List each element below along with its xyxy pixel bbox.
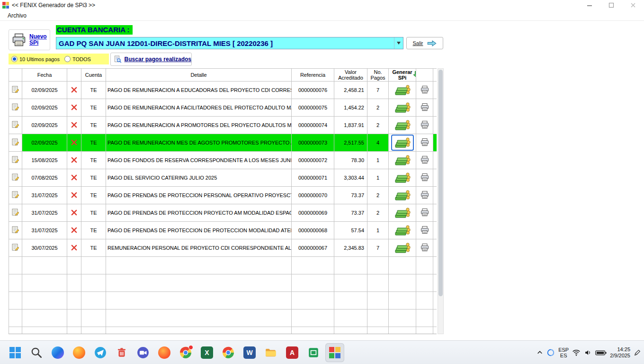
delete-icon[interactable]: [71, 87, 77, 93]
edit-icon[interactable]: [11, 120, 20, 129]
print-icon[interactable]: [420, 243, 429, 252]
payment-row[interactable]: 02/09/2025 TE PAGO DE REMUNERACION MES D…: [9, 134, 437, 152]
valor-cell[interactable]: 2,517.55: [334, 134, 367, 152]
generar-spi-cell[interactable]: [389, 134, 416, 152]
edit-icon[interactable]: [11, 226, 20, 234]
fecha-cell[interactable]: 31/07/2025: [22, 222, 67, 239]
edit-cell[interactable]: [9, 99, 22, 117]
payment-row[interactable]: 31/07/2025 TE PAGO DE PRENDAS DE PROTECC…: [9, 222, 437, 239]
edit-icon[interactable]: [11, 173, 20, 182]
cuenta-cell[interactable]: TE: [81, 169, 106, 187]
referencia-cell[interactable]: 0000000068: [292, 222, 334, 239]
print-icon[interactable]: [420, 173, 429, 182]
generar-spi-cell[interactable]: [389, 169, 416, 187]
file-explorer-icon[interactable]: [261, 343, 280, 362]
valor-cell[interactable]: 73.37: [334, 204, 367, 222]
buscar-pagos-button[interactable]: Buscar pagos realizados: [110, 53, 192, 66]
acrobat-icon[interactable]: A: [283, 343, 302, 362]
generar-spi-cell[interactable]: [389, 204, 416, 222]
generar-spi-icon[interactable]: [392, 136, 413, 150]
print-icon[interactable]: [420, 138, 429, 146]
fecha-cell[interactable]: 02/09/2025: [22, 99, 67, 117]
detalle-cell[interactable]: PAGO DEL SERVICIO CATERING JULIO 2025: [106, 169, 292, 187]
generar-spi-cell[interactable]: [389, 222, 416, 239]
delete-icon[interactable]: [71, 227, 77, 233]
payment-row[interactable]: 02/09/2025 TE PAGO DE REMUNERACION A FAC…: [9, 99, 437, 117]
edit-icon[interactable]: [11, 208, 20, 217]
print-cell[interactable]: [416, 152, 433, 169]
print-icon[interactable]: [420, 120, 429, 129]
print-icon[interactable]: [420, 155, 429, 164]
delete-icon[interactable]: [71, 157, 77, 163]
chrome-notification-icon[interactable]: [176, 343, 195, 362]
print-cell[interactable]: [416, 82, 433, 99]
scrollbar-thumb[interactable]: [438, 70, 443, 296]
payment-row[interactable]: 07/08/2025 TE PAGO DEL SERVICIO CATERING…: [9, 169, 437, 187]
referencia-cell[interactable]: 0000000069: [292, 204, 334, 222]
pagos-cell[interactable]: 2: [367, 117, 389, 134]
print-cell[interactable]: [416, 187, 433, 204]
print-cell[interactable]: [416, 117, 433, 134]
pagos-cell[interactable]: 1: [367, 222, 389, 239]
pen-notification-icon[interactable]: [634, 349, 641, 356]
fecha-cell[interactable]: 07/08/2025: [22, 169, 67, 187]
pagos-cell[interactable]: 2: [367, 204, 389, 222]
detalle-cell[interactable]: PAGO DE REMUNERACION MES DE AGOSTO PROMO…: [106, 134, 292, 152]
print-cell[interactable]: [416, 239, 433, 257]
delete-cell[interactable]: [67, 82, 81, 99]
salir-button[interactable]: Salir: [406, 37, 443, 49]
valor-cell[interactable]: 3,303.44: [334, 169, 367, 187]
detalle-cell[interactable]: PAGO DE FONDOS DE RESERVA CORRESPONDIENT…: [106, 152, 292, 169]
language-indicator[interactable]: ESP ES: [558, 347, 569, 358]
referencia-cell[interactable]: 0000000074: [292, 117, 334, 134]
cuenta-cell[interactable]: TE: [81, 239, 106, 257]
delete-cell[interactable]: [67, 222, 81, 239]
nuevo-spi-button[interactable]: Nuevo SPi: [9, 29, 50, 50]
generar-spi-icon[interactable]: [392, 206, 413, 220]
detalle-cell[interactable]: PAGO DE REMUNERACION A EDUCADORAS DEL PR…: [106, 82, 292, 99]
delete-icon[interactable]: [71, 192, 77, 198]
start-button[interactable]: [6, 343, 25, 362]
remote-app-icon[interactable]: [304, 343, 323, 362]
detalle-cell[interactable]: PAGO DE REMUNERACION A PROMOTORES DEL PR…: [106, 117, 292, 134]
generar-spi-icon[interactable]: [392, 223, 413, 237]
referencia-cell[interactable]: 0000000067: [292, 239, 334, 257]
delete-cell[interactable]: [67, 204, 81, 222]
fecha-cell[interactable]: 31/07/2025: [22, 204, 67, 222]
pagos-cell[interactable]: 7: [367, 82, 389, 99]
cuenta-cell[interactable]: TE: [81, 187, 106, 204]
pagos-cell[interactable]: 1: [367, 152, 389, 169]
print-cell[interactable]: [416, 169, 433, 187]
network-status-icon[interactable]: [546, 348, 555, 357]
pagos-cell[interactable]: 7: [367, 239, 389, 257]
generar-spi-icon[interactable]: [392, 118, 413, 132]
edit-icon[interactable]: [11, 191, 20, 199]
teams-icon[interactable]: [134, 343, 152, 362]
valor-cell[interactable]: 1,454.22: [334, 99, 367, 117]
edit-icon[interactable]: [11, 138, 20, 146]
print-icon[interactable]: [420, 226, 429, 234]
recycle-bin-icon[interactable]: [112, 343, 131, 362]
print-cell[interactable]: [416, 222, 433, 239]
valor-cell[interactable]: 1,837.91: [334, 117, 367, 134]
print-icon[interactable]: [420, 85, 429, 94]
delete-cell[interactable]: [67, 99, 81, 117]
fecha-cell[interactable]: 30/07/2025: [22, 239, 67, 257]
fenix-app-icon[interactable]: [325, 343, 344, 362]
generar-spi-cell[interactable]: [389, 152, 416, 169]
generar-spi-icon[interactable]: [392, 83, 413, 97]
delete-cell[interactable]: [67, 134, 81, 152]
wifi-icon[interactable]: [572, 349, 581, 356]
fecha-cell[interactable]: 15/08/2025: [22, 152, 67, 169]
menu-archivo[interactable]: Archivo: [5, 11, 29, 20]
cuenta-cell[interactable]: TE: [81, 134, 106, 152]
combo-dropdown-icon[interactable]: [394, 37, 403, 49]
generar-spi-icon[interactable]: [392, 241, 413, 255]
edit-cell[interactable]: [9, 152, 22, 169]
detalle-cell[interactable]: REMUNERACION PERSONAL DE PROYECTO CDI CO…: [106, 239, 292, 257]
edit-icon[interactable]: [11, 103, 20, 111]
edit-cell[interactable]: [9, 82, 22, 99]
referencia-cell[interactable]: 0000000075: [292, 99, 334, 117]
radio-todos[interactable]: TODOS: [64, 56, 91, 62]
generar-spi-cell[interactable]: [389, 99, 416, 117]
